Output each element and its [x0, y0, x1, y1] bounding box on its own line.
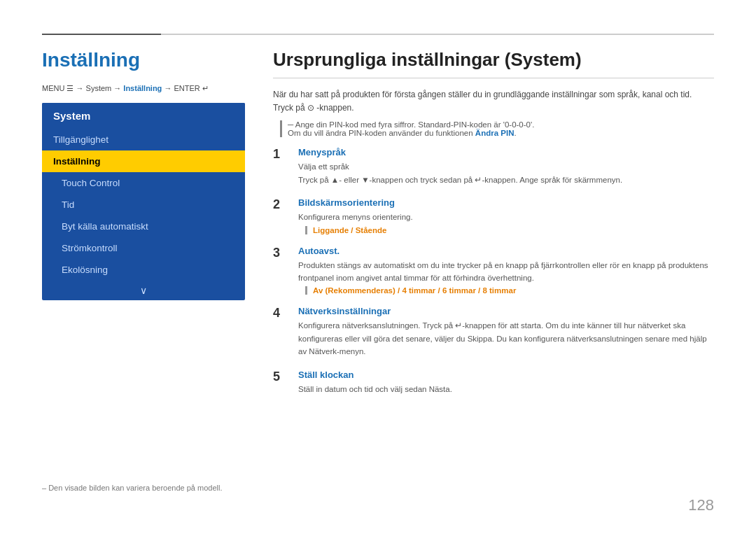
step-3-title: Autoavst. — [298, 246, 714, 256]
intro-text-1: När du har satt på produkten för första … — [273, 88, 714, 115]
step-1-content: Menyspråk Välja ett språk Tryck på ▲- el… — [298, 147, 714, 186]
step-1-desc: Välja ett språk Tryck på ▲- eller ▼-knap… — [298, 160, 714, 186]
step-3-desc: Produkten stängs av automatiskt om du in… — [298, 259, 714, 285]
step-2-number: 2 — [273, 197, 293, 213]
right-panel: Ursprungliga inställningar (System) När … — [273, 49, 714, 407]
step-3-content: Autoavst. Produkten stängs av automatisk… — [298, 246, 714, 295]
sidebar-item-touch-control[interactable]: Touch Control — [42, 172, 245, 194]
steps-container: 1 Menyspråk Välja ett språk Tryck på ▲- … — [273, 147, 714, 395]
step-4: 4 Nätverksinställningar Konfigurera nätv… — [273, 306, 714, 358]
step-5: 5 Ställ klockan Ställ in datum och tid o… — [273, 370, 714, 395]
menu-path: MENU ☰ → System → Inställning → ENTER ↵ — [42, 84, 245, 93]
natverk-link: Nätverk — [309, 347, 337, 356]
step-2-option-link: Liggande / Stående — [313, 226, 386, 234]
sidebar-header: System — [42, 103, 245, 129]
step-5-desc: Ställ in datum och tid och välj sedan Nä… — [298, 383, 714, 395]
sidebar: System Tillgänglighet Inställning Touch … — [42, 103, 245, 300]
step-4-content: Nätverksinställningar Konfigurera nätver… — [298, 306, 714, 358]
step-2: 2 Bildskärmsorientering Konfigurera meny… — [273, 197, 714, 234]
step-5-number: 5 — [273, 370, 293, 385]
sidebar-item-byt-kalla[interactable]: Byt källa automatiskt — [42, 216, 245, 237]
step-2-content: Bildskärmsorientering Konfigurera menyns… — [298, 197, 714, 234]
step-2-option: Liggande / Stående — [305, 226, 714, 234]
andrapin-link: Ändra PIN — [475, 129, 514, 137]
sidebar-item-tillganglighet[interactable]: Tillgänglighet — [42, 129, 245, 150]
top-line-accent — [42, 34, 161, 35]
step-2-desc: Konfigurera menyns orientering. — [298, 211, 714, 223]
chevron-down-icon[interactable]: ∨ — [42, 281, 245, 300]
step-2-title: Bildskärmsorientering — [298, 197, 714, 208]
step-4-title: Nätverksinställningar — [298, 306, 714, 316]
step-3-number: 3 — [273, 246, 293, 261]
sidebar-item-stromkontroll[interactable]: Strömkontroll — [42, 237, 245, 259]
section-title: Ursprungliga inställningar (System) — [273, 49, 714, 78]
sidebar-item-ekolösning[interactable]: Ekolösning — [42, 259, 245, 281]
bottom-note: – Den visade bilden kan variera beroende… — [42, 484, 222, 492]
sidebar-item-installning[interactable]: Inställning — [42, 150, 245, 172]
pin-note: ─ Ange din PIN-kod med fyra siffror. Sta… — [280, 120, 714, 137]
step-5-title: Ställ klockan — [298, 370, 714, 380]
menu-path-highlight: Inställning — [123, 84, 162, 92]
step-3-option: Av (Rekommenderas) / 4 timmar / 6 timmar… — [305, 286, 714, 295]
skippa-link: Skippa — [468, 335, 492, 343]
sidebar-item-tid[interactable]: Tid — [42, 194, 245, 216]
page-number: 128 — [688, 496, 714, 514]
step-3-option-link: Av (Rekommenderas) / 4 timmar / 6 timmar… — [313, 286, 516, 295]
step-4-number: 4 — [273, 306, 293, 321]
left-panel: Inställning MENU ☰ → System → Inställnin… — [42, 49, 245, 300]
step-3: 3 Autoavst. Produkten stängs av automati… — [273, 246, 714, 295]
step-1-number: 1 — [273, 147, 293, 162]
nasta-link: Nästa — [429, 385, 450, 393]
step-1: 1 Menyspråk Välja ett språk Tryck på ▲- … — [273, 147, 714, 186]
step-1-title: Menyspråk — [298, 147, 714, 157]
step-4-desc: Konfigurera nätverksanslutningen. Tryck … — [298, 319, 714, 358]
page-title: Inställning — [42, 49, 245, 71]
step-5-content: Ställ klockan Ställ in datum och tid och… — [298, 370, 714, 395]
